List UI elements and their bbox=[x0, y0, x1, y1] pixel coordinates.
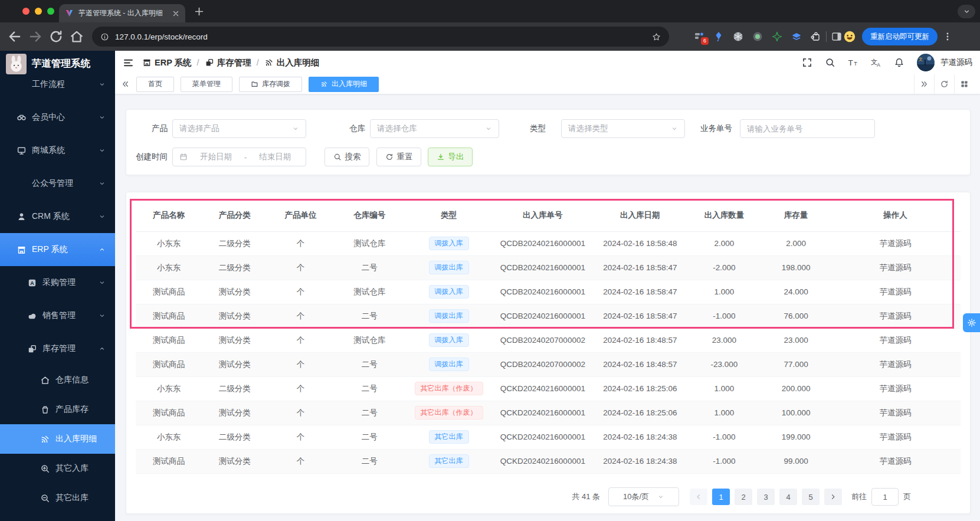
gray-wheel-extension-icon[interactable] bbox=[732, 30, 745, 43]
translate-icon[interactable]: 文A bbox=[871, 57, 881, 68]
tab-menu-mgmt[interactable]: 菜单管理 bbox=[181, 77, 232, 92]
crm-user-icon bbox=[17, 212, 27, 222]
next-page-button[interactable] bbox=[824, 489, 842, 505]
forward-icon[interactable] bbox=[28, 29, 43, 44]
table-row[interactable]: 测试商品测试分类个测试仓库调拨入库QCDB202402070000022024-… bbox=[136, 328, 961, 352]
sidebar-item-mall-system[interactable]: 商城系统 bbox=[0, 134, 115, 167]
table-row[interactable]: 小东东二级分类个二号其它出库QCKD202402160000012024-02-… bbox=[136, 425, 961, 449]
goto-page-input[interactable] bbox=[871, 488, 899, 506]
sidebar-item-other-stock-in[interactable]: 其它入库 bbox=[0, 454, 115, 483]
table-row[interactable]: 测试商品测试分类个测试仓库调拨入库QCDB202402160000012024-… bbox=[136, 280, 961, 304]
kite-extension-icon[interactable] bbox=[712, 30, 725, 43]
product-select[interactable]: 请选择产品 bbox=[172, 119, 306, 138]
search-button[interactable]: 搜索 bbox=[325, 148, 369, 166]
maximize-window-button[interactable] bbox=[47, 8, 54, 15]
sidebar-item-warehouse-info[interactable]: 仓库信息 bbox=[0, 365, 115, 395]
tab-stock-record[interactable]: 出入库明细 bbox=[309, 77, 379, 92]
table-row[interactable]: 小东东二级分类个二号调拨出库QCDB202402160000012024-02-… bbox=[136, 255, 961, 280]
breadcrumb-item-erp-system[interactable]: ERP 系统 bbox=[142, 57, 192, 68]
reload-icon[interactable] bbox=[48, 29, 64, 44]
breadcrumb-label: 出入库明细 bbox=[277, 57, 320, 68]
sidebar-item-stock-record[interactable]: 出入库明细 bbox=[0, 424, 115, 454]
refresh-page-icon[interactable] bbox=[934, 74, 954, 94]
tab-stock-move[interactable]: 库存调拨 bbox=[239, 77, 302, 92]
restart-update-button[interactable]: 重新启动即可更新 bbox=[862, 28, 938, 45]
cell-operator: 芋道源码 bbox=[830, 401, 961, 425]
green-dot-extension-icon[interactable] bbox=[751, 30, 764, 43]
side-panel-icon[interactable] bbox=[830, 30, 843, 43]
font-size-icon[interactable]: TT bbox=[848, 57, 858, 68]
green-star-extension-icon[interactable] bbox=[771, 30, 784, 43]
prev-page-button[interactable] bbox=[690, 489, 707, 505]
browser-tab[interactable]: 芋道管理系统 - 出入库明细 bbox=[59, 4, 185, 22]
logo-rabbit-avatar bbox=[6, 54, 27, 74]
refresh-icon bbox=[385, 153, 394, 161]
new-tab-button[interactable] bbox=[194, 6, 205, 17]
logo-row[interactable]: 芋道管理系统 bbox=[0, 51, 115, 77]
page-size-select[interactable]: 10条/页 bbox=[608, 487, 679, 506]
tags-scroll-right-icon[interactable] bbox=[914, 74, 934, 94]
collapse-menu-icon[interactable] bbox=[123, 57, 134, 68]
sidebar-item-official-account[interactable]: 公众号管理 bbox=[0, 167, 115, 200]
profile-emoji-avatar[interactable] bbox=[843, 30, 856, 43]
page-button-2[interactable]: 2 bbox=[735, 489, 752, 505]
layout-grid-icon[interactable] bbox=[954, 74, 974, 94]
search-icon[interactable] bbox=[825, 57, 835, 68]
settings-fab[interactable] bbox=[963, 313, 980, 332]
type-select[interactable]: 请选择类型 bbox=[561, 119, 685, 138]
reset-button[interactable]: 重置 bbox=[376, 148, 421, 166]
breadcrumb-item-stock-mgmt[interactable]: 库存管理 bbox=[205, 57, 251, 68]
back-icon[interactable] bbox=[7, 29, 22, 44]
date-range-picker[interactable]: 开始日期 - 结束日期 bbox=[172, 148, 306, 166]
sidebar-item-label: 商城系统 bbox=[32, 145, 65, 156]
sidebar-item-stock-mgmt[interactable]: 库存管理 bbox=[0, 332, 115, 365]
sidebar-item-product-stock[interactable]: 产品库存 bbox=[0, 395, 115, 424]
browser-menu-icon[interactable] bbox=[942, 31, 953, 42]
cell-category: 二级分类 bbox=[202, 376, 268, 401]
table-row[interactable]: 测试商品测试分类个二号调拨出库QCDB202402070000022024-02… bbox=[136, 352, 961, 376]
no-icon bbox=[17, 80, 27, 90]
layers-extension-icon[interactable] bbox=[790, 30, 803, 43]
table-row[interactable]: 小东东二级分类个二号其它出库（作废）QCKD202402160000012024… bbox=[136, 376, 961, 401]
bizno-field[interactable] bbox=[740, 119, 875, 138]
table-row[interactable]: 测试商品测试分类个二号调拨出库QCDB202402160000012024-02… bbox=[136, 304, 961, 328]
breadcrumb-item-stock-record[interactable]: 出入库明细 bbox=[264, 57, 320, 68]
export-button[interactable]: 导出 bbox=[428, 148, 473, 166]
sidebar-item-crm-system[interactable]: CRM 系统 bbox=[0, 200, 115, 233]
table-row[interactable]: 小东东二级分类个测试仓库调拨入库QCDB202402160000012024-0… bbox=[136, 231, 961, 255]
username[interactable]: 芋道源码 bbox=[940, 57, 972, 68]
url-bar[interactable]: 127.0.0.1/erp/stock/record bbox=[92, 27, 669, 47]
table-row[interactable]: 测试商品测试分类个二号其它出库（作废）QCKD20240216000001202… bbox=[136, 401, 961, 425]
tab-close-icon[interactable] bbox=[171, 9, 181, 18]
table-row[interactable]: 测试商品测试分类个二号其它出库QCKD202402160000012024-02… bbox=[136, 449, 961, 473]
page-button-4[interactable]: 4 bbox=[779, 489, 797, 505]
bizno-input[interactable] bbox=[747, 124, 868, 133]
sidebar-item-member-center[interactable]: 会员中心 bbox=[0, 101, 115, 134]
site-info-icon[interactable] bbox=[100, 32, 109, 41]
minimize-window-button[interactable] bbox=[35, 8, 42, 15]
extension-with-badge-icon[interactable]: 6 bbox=[693, 30, 706, 43]
page-button-3[interactable]: 3 bbox=[757, 489, 775, 505]
bell-icon[interactable] bbox=[894, 57, 904, 68]
tab-home[interactable]: 首页 bbox=[136, 77, 174, 92]
tab-search-button[interactable] bbox=[958, 5, 975, 18]
fullscreen-icon[interactable] bbox=[802, 57, 812, 68]
page-button-5[interactable]: 5 bbox=[802, 489, 820, 505]
close-window-button[interactable] bbox=[22, 8, 30, 15]
home-icon[interactable] bbox=[69, 29, 84, 44]
sidebar-item-erp-system[interactable]: ERP 系统 bbox=[0, 233, 115, 266]
column-header: 产品单位 bbox=[268, 199, 334, 231]
tags-scroll-left-icon[interactable] bbox=[121, 80, 130, 89]
cell-unit: 个 bbox=[268, 425, 334, 449]
sidebar-item-other-stock-out[interactable]: 其它出库 bbox=[0, 483, 115, 513]
cell-operator: 芋道源码 bbox=[830, 304, 961, 328]
user-avatar[interactable]: 文 bbox=[917, 54, 935, 71]
bookmark-star-icon[interactable] bbox=[652, 32, 661, 41]
sidebar-item-purchase-mgmt[interactable]: A采购管理 bbox=[0, 266, 115, 299]
extensions-puzzle-icon[interactable] bbox=[809, 30, 822, 43]
sidebar-item-sales-mgmt[interactable]: 销售管理 bbox=[0, 299, 115, 332]
warehouse-select[interactable]: 请选择仓库 bbox=[370, 119, 499, 138]
cell-warehouse: 二号 bbox=[333, 425, 405, 449]
page-button-1[interactable]: 1 bbox=[712, 489, 730, 505]
sidebar: 工作流程会员中心商城系统公众号管理CRM 系统ERP 系统A采购管理销售管理库存… bbox=[0, 51, 115, 521]
